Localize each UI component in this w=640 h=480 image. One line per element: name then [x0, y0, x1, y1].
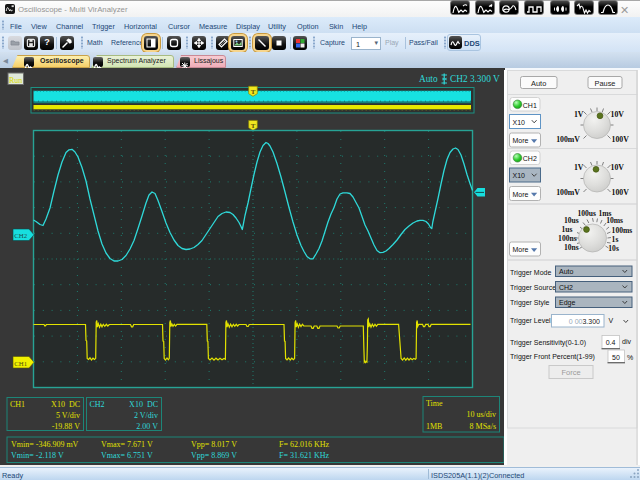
- svg-text:Trigger Mode: Trigger Mode: [510, 269, 551, 277]
- svg-text:1us: 1us: [562, 225, 573, 234]
- svg-text:Vmin= -2.118 V: Vmin= -2.118 V: [11, 451, 64, 460]
- svg-text:div: div: [622, 338, 631, 345]
- svg-text:Run: Run: [9, 76, 22, 85]
- svg-text:100V: 100V: [612, 188, 630, 197]
- svg-text:CH1: CH1: [14, 360, 27, 367]
- svg-text:-19.88 V: -19.88 V: [52, 422, 81, 431]
- svg-text:Trigger Source: Trigger Source: [510, 284, 556, 292]
- svg-text:1MB: 1MB: [426, 422, 442, 431]
- svg-text:Auto: Auto: [419, 74, 438, 84]
- svg-text:100ns: 100ns: [558, 234, 577, 243]
- svg-text:Vmax= 7.671 V: Vmax= 7.671 V: [101, 440, 153, 449]
- svg-text:Edge: Edge: [559, 299, 575, 307]
- svg-text:F= 31.621 KHz: F= 31.621 KHz: [279, 451, 330, 460]
- svg-text:Vpp= 8.869 V: Vpp= 8.869 V: [191, 451, 237, 460]
- svg-text:Auto: Auto: [531, 79, 546, 88]
- svg-text:10ns: 10ns: [564, 243, 579, 252]
- svg-text:100V: 100V: [612, 135, 630, 144]
- svg-text:Vmin= -346.909 mV: Vmin= -346.909 mV: [11, 440, 79, 449]
- svg-text:X10 DC: X10 DC: [129, 400, 158, 409]
- svg-text:Force: Force: [561, 368, 580, 377]
- svg-text:CH2: CH2: [559, 284, 573, 291]
- svg-text:8 MSa/s: 8 MSa/s: [470, 422, 496, 431]
- svg-text:Trigger Level: Trigger Level: [510, 317, 551, 325]
- svg-text:Vpp= 8.017 V: Vpp= 8.017 V: [191, 440, 237, 449]
- svg-text:5 V/div: 5 V/div: [56, 411, 80, 420]
- svg-text:100mV: 100mV: [556, 188, 580, 197]
- svg-text:100mV: 100mV: [556, 135, 580, 144]
- svg-text:More: More: [513, 137, 529, 144]
- svg-text:CH2: CH2: [14, 232, 27, 239]
- svg-text:Vmax= 6.751 V: Vmax= 6.751 V: [101, 451, 153, 460]
- svg-text:10s: 10s: [608, 244, 619, 253]
- svg-text:Trigger Sensitivity(0-1.0): Trigger Sensitivity(0-1.0): [510, 339, 586, 347]
- svg-text:10us: 10us: [564, 216, 579, 225]
- svg-text:0.4: 0.4: [606, 339, 616, 346]
- svg-text:100ms: 100ms: [612, 226, 633, 235]
- svg-text:1V: 1V: [574, 163, 584, 172]
- svg-text:More: More: [513, 191, 529, 198]
- svg-text:50: 50: [612, 354, 620, 361]
- svg-text:CH2: CH2: [90, 400, 105, 409]
- svg-text:CH2: CH2: [523, 155, 537, 162]
- svg-text:Auto: Auto: [559, 268, 574, 275]
- svg-text:X10 DC: X10 DC: [51, 400, 80, 409]
- svg-text:Trigger Front Percent(1-99): Trigger Front Percent(1-99): [510, 353, 595, 361]
- svg-text:10V: 10V: [611, 110, 625, 119]
- svg-text:CH2 3.300 V: CH2 3.300 V: [450, 74, 500, 84]
- svg-text:0 003.300: 0 003.300: [569, 318, 600, 325]
- svg-text:Trigger Style: Trigger Style: [510, 299, 550, 307]
- svg-text:10ms: 10ms: [606, 216, 623, 225]
- svg-text:CH1: CH1: [10, 400, 25, 409]
- svg-text:Time: Time: [426, 399, 443, 408]
- svg-text:X10: X10: [513, 172, 526, 179]
- svg-text:V: V: [609, 317, 614, 324]
- svg-text:T: T: [251, 88, 256, 96]
- svg-text:More: More: [513, 246, 529, 253]
- svg-text:%: %: [627, 354, 633, 361]
- svg-text:X10: X10: [513, 119, 526, 126]
- svg-text:CH1: CH1: [523, 102, 537, 109]
- svg-text:F= 62.016 KHz: F= 62.016 KHz: [279, 440, 330, 449]
- svg-text:10 us/div: 10 us/div: [466, 410, 496, 419]
- svg-text:1V: 1V: [574, 110, 584, 119]
- svg-text:2.00 V: 2.00 V: [136, 422, 158, 431]
- svg-text:Pause: Pause: [595, 79, 616, 88]
- svg-text:2 V/div: 2 V/div: [134, 411, 158, 420]
- svg-text:T: T: [251, 122, 256, 130]
- svg-text:10V: 10V: [611, 163, 625, 172]
- svg-text:100us: 100us: [577, 209, 596, 218]
